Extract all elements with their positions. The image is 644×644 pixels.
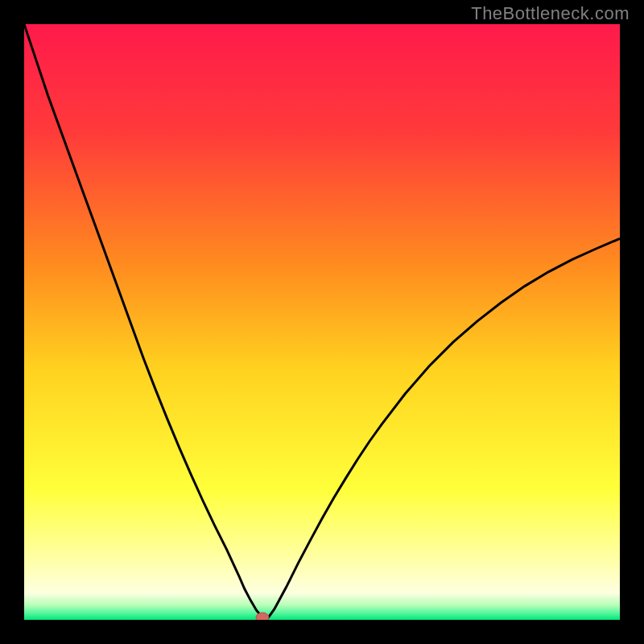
optimum-marker [256,613,269,620]
gradient-background [24,24,620,620]
bottleneck-chart [24,24,620,620]
watermark-text: TheBottleneck.com [471,3,630,24]
chart-container: TheBottleneck.com [0,0,644,644]
